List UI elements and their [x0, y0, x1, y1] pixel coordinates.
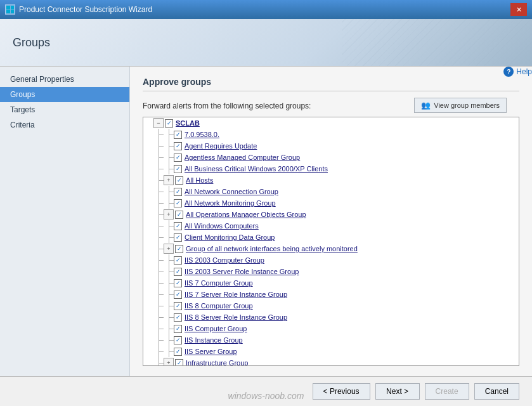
tree-item-label: All Hosts	[186, 176, 213, 184]
close-button[interactable]: ✕	[510, 3, 527, 16]
svg-rect-3	[11, 10, 14, 13]
tree-list-item[interactable]: All Network Monitoring Group	[143, 197, 519, 209]
dialog-header-title: Groups	[13, 36, 50, 49]
tree-item-checkbox[interactable]	[174, 325, 182, 333]
tree-root-item[interactable]: − SCLAB	[143, 117, 519, 129]
svg-rect-2	[6, 10, 10, 13]
help-link[interactable]: ? Help	[503, 67, 532, 77]
tree-item-label: IIS Server Group	[185, 348, 237, 355]
left-nav: General Properties Groups Targets Criter…	[0, 67, 130, 376]
tree-item-checkbox[interactable]	[174, 279, 182, 287]
tree-item-checkbox[interactable]	[175, 211, 183, 219]
header-pattern	[342, 19, 532, 66]
title-bar-controls: ✕	[510, 3, 527, 16]
tree-item-checkbox[interactable]	[175, 176, 183, 185]
tree-list-item[interactable]: IIS 8 Computer Group	[143, 300, 519, 311]
nav-item-criteria[interactable]: Criteria	[0, 117, 129, 133]
tree-list-item[interactable]: 7.0.9538.0.	[143, 129, 519, 140]
svg-rect-0	[6, 6, 10, 10]
tree-item-label: All Network Monitoring Group	[185, 199, 276, 207]
tree-list-item[interactable]: +All Hosts	[143, 174, 519, 186]
window-title: Product Connector Subscription Wizard	[19, 5, 152, 14]
tree-item-checkbox[interactable]	[174, 256, 182, 265]
tree-items: 7.0.9538.0.Agent Requires UpdateAgentles…	[143, 129, 519, 366]
groups-controls-row: Forward alerts from the following select…	[143, 96, 519, 114]
group-members-icon: 👥	[421, 101, 431, 110]
tree-item-label: Infrastructure Group	[186, 359, 248, 366]
previous-button[interactable]: < Previous	[313, 383, 370, 400]
nav-item-general-properties[interactable]: General Properties	[0, 72, 129, 87]
app-icon	[5, 4, 15, 15]
nav-item-groups[interactable]: Groups	[0, 87, 129, 102]
tree-item-checkbox[interactable]	[174, 268, 182, 276]
tree-item-expander[interactable]: +	[164, 244, 174, 254]
cancel-button[interactable]: Cancel	[474, 383, 519, 400]
tree-item-label: All Network Connection Group	[185, 188, 278, 195]
tree-list-item[interactable]: All Business Critical Windows 2000/XP Cl…	[143, 163, 519, 174]
create-button[interactable]: Create	[425, 383, 469, 400]
tree-item-label: All Operations Manager Objects Group	[186, 211, 306, 218]
tree-root-checkbox[interactable]	[165, 119, 173, 128]
tree-item-checkbox[interactable]	[175, 359, 183, 367]
tree-item-label: IIS 8 Computer Group	[185, 302, 253, 310]
tree-item-label: IIS 2003 Server Role Instance Group	[185, 268, 299, 275]
tree-item-label: IIS 2003 Computer Group	[185, 256, 264, 264]
tree-item-expander[interactable]: +	[164, 175, 174, 185]
tree-item-checkbox[interactable]	[174, 199, 182, 207]
nav-item-targets[interactable]: Targets	[0, 102, 129, 117]
dialog-content: General Properties Groups Targets Criter…	[0, 67, 532, 376]
tree-item-expander[interactable]: +	[164, 209, 174, 219]
tree-list-item[interactable]: Client Monitoring Data Group	[143, 232, 519, 243]
tree-list-item[interactable]: All Windows Computers	[143, 220, 519, 232]
tree-item-checkbox[interactable]	[174, 142, 182, 150]
view-group-members-button[interactable]: 👥 View group members	[414, 98, 507, 113]
tree-list-item[interactable]: IIS Computer Group	[143, 323, 519, 334]
title-bar: Product Connector Subscription Wizard ✕	[0, 0, 532, 19]
tree-item-checkbox[interactable]	[174, 222, 182, 230]
tree-item-checkbox[interactable]	[174, 348, 182, 356]
tree-item-label: IIS 7 Computer Group	[185, 279, 253, 287]
tree-root-label: SCLAB	[176, 119, 200, 127]
tree-list-item[interactable]: +Infrastructure Group	[143, 357, 519, 366]
tree-list-item[interactable]: +Group of all network interfaces being a…	[143, 243, 519, 254]
dialog-footer: < Previous Next > Create Cancel	[0, 376, 532, 406]
tree-list-item[interactable]: IIS 7 Computer Group	[143, 277, 519, 289]
tree-item-checkbox[interactable]	[175, 245, 183, 253]
tree-list-item[interactable]: Agent Requires Update	[143, 140, 519, 152]
tree-item-checkbox[interactable]	[174, 154, 182, 162]
tree-item-checkbox[interactable]	[174, 336, 182, 344]
groups-tree[interactable]: − SCLAB 7.0.9538.0.Agent Requires Update…	[143, 117, 519, 366]
tree-list-item[interactable]: All Network Connection Group	[143, 186, 519, 197]
dialog: Groups General Properties Groups Targets…	[0, 19, 532, 406]
tree-item-checkbox[interactable]	[174, 131, 182, 139]
tree-item-expander[interactable]: +	[164, 358, 174, 366]
tree-item-label: IIS 8 Server Role Instance Group	[185, 313, 287, 321]
tree-list-item[interactable]: IIS 2003 Server Role Instance Group	[143, 266, 519, 277]
section-title: Approve groups	[143, 77, 519, 91]
tree-item-checkbox[interactable]	[174, 313, 182, 322]
tree-item-checkbox[interactable]	[174, 233, 182, 242]
tree-item-label: Client Monitoring Data Group	[185, 233, 275, 241]
tree-item-label: Group of all network interfaces being ac…	[186, 245, 358, 252]
dialog-header: Groups	[0, 19, 532, 67]
help-icon: ?	[503, 67, 514, 77]
right-content: ? Help Approve groups Forward alerts fro…	[130, 67, 532, 376]
svg-rect-1	[11, 6, 14, 10]
tree-item-checkbox[interactable]	[174, 188, 182, 196]
tree-root-expander[interactable]: −	[153, 118, 164, 128]
tree-list-item[interactable]: IIS Server Group	[143, 346, 519, 357]
tree-list-item[interactable]: Agentless Managed Computer Group	[143, 152, 519, 163]
tree-list-item[interactable]: IIS 2003 Computer Group	[143, 254, 519, 266]
tree-list-item[interactable]: IIS 7 Server Role Instance Group	[143, 289, 519, 300]
tree-list-item[interactable]: +All Operations Manager Objects Group	[143, 209, 519, 220]
tree-list-item[interactable]: IIS 8 Server Role Instance Group	[143, 311, 519, 323]
next-button[interactable]: Next >	[375, 383, 420, 400]
tree-item-checkbox[interactable]	[174, 302, 182, 310]
tree-list-item[interactable]: IIS Instance Group	[143, 334, 519, 346]
tree-item-checkbox[interactable]	[174, 291, 182, 299]
tree-item-label: All Windows Computers	[185, 222, 259, 230]
tree-item-label: Agent Requires Update	[185, 142, 257, 150]
tree-item-label: Agentless Managed Computer Group	[185, 154, 300, 161]
tree-item-label: IIS Instance Group	[185, 336, 243, 344]
tree-item-checkbox[interactable]	[174, 165, 182, 173]
